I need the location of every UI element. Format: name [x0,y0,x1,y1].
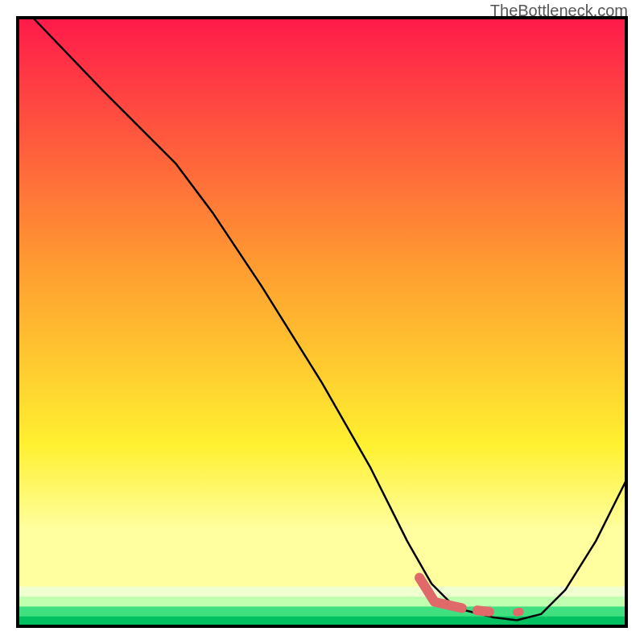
watermark-text: TheBottleneck.com [490,2,628,20]
svg-rect-1 [18,587,626,597]
highlight-dot-1 [477,610,489,612]
chart-svg [0,0,644,644]
chart-container: TheBottleneck.com [0,0,644,644]
svg-rect-2 [18,597,626,607]
highlight-dot-2 [517,612,520,613]
svg-rect-0 [18,18,626,587]
